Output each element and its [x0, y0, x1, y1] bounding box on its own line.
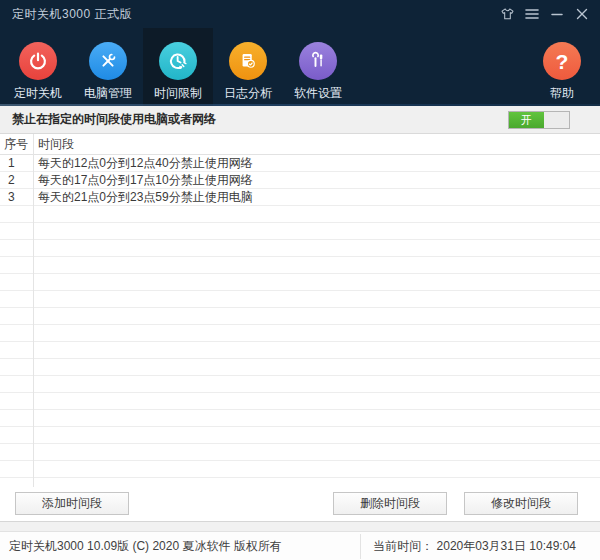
window-controls: [499, 6, 590, 22]
table-empty-row: [0, 410, 600, 427]
enable-toggle[interactable]: 开: [508, 111, 570, 129]
tab-label: 时间限制: [154, 85, 202, 102]
tab-software-settings[interactable]: 软件设置: [283, 28, 353, 106]
window-title: 定时关机3000 正式版: [12, 6, 132, 23]
divider-strip: [0, 521, 600, 532]
column-header-period: 时间段: [33, 136, 600, 153]
titlebar: 定时关机3000 正式版: [0, 0, 600, 28]
table-empty-row: [0, 393, 600, 410]
statusbar: 定时关机3000 10.09版 (C) 2020 夏冰软件 版权所有 当前时间：…: [0, 532, 600, 560]
close-icon[interactable]: [574, 6, 590, 22]
minimize-icon[interactable]: [549, 6, 565, 22]
current-time-value: 2020年03月31日 10:49:04: [437, 539, 576, 553]
copyright-text: 定时关机3000 10.09版 (C) 2020 夏冰软件 版权所有: [0, 538, 360, 555]
tab-label: 日志分析: [224, 85, 272, 102]
table-filler-rows: [0, 206, 600, 487]
table-empty-row: [0, 342, 600, 359]
table-empty-row: [0, 478, 600, 487]
tab-help[interactable]: ? 帮助: [527, 28, 597, 106]
power-icon: [19, 42, 57, 80]
settings-tools-icon: [299, 42, 337, 80]
time-period-table: 序号 时间段 1 每天的12点0分到12点40分禁止使用网络 2 每天的17点0…: [0, 134, 600, 487]
tab-time-limit[interactable]: 时间限制: [143, 28, 213, 106]
column-divider: [33, 134, 34, 487]
tab-label: 定时关机: [14, 85, 62, 102]
tab-timed-shutdown[interactable]: 定时关机: [3, 28, 73, 106]
tools-cross-icon: [89, 42, 127, 80]
section-header: 禁止在指定的时间段使用电脑或者网络 开: [0, 106, 600, 134]
row-no: 3: [0, 190, 33, 204]
tab-log-analysis[interactable]: 日志分析: [213, 28, 283, 106]
table-header: 序号 时间段: [0, 134, 600, 155]
table-empty-row: [0, 206, 600, 223]
toggle-on-label: 开: [509, 112, 544, 128]
table-row[interactable]: 1 每天的12点0分到12点40分禁止使用网络: [0, 155, 600, 172]
column-header-no: 序号: [0, 136, 33, 153]
add-period-button[interactable]: 添加时间段: [15, 492, 129, 515]
table-empty-row: [0, 359, 600, 376]
menu-icon[interactable]: [524, 6, 540, 22]
table-empty-row: [0, 240, 600, 257]
skin-icon[interactable]: [499, 6, 515, 22]
tab-label: 电脑管理: [84, 85, 132, 102]
navbar: 定时关机 电脑管理 时间限制: [0, 28, 600, 106]
modify-period-button[interactable]: 修改时间段: [464, 492, 578, 515]
table-empty-row: [0, 325, 600, 342]
table-empty-row: [0, 274, 600, 291]
table-empty-row: [0, 461, 600, 478]
table-row[interactable]: 2 每天的17点0分到17点10分禁止使用网络: [0, 172, 600, 189]
table-empty-row: [0, 223, 600, 240]
row-period: 每天的21点0分到23点59分禁止使用电脑: [33, 189, 600, 206]
table-row[interactable]: 3 每天的21点0分到23点59分禁止使用电脑: [0, 189, 600, 206]
button-row: 添加时间段 删除时间段 修改时间段: [0, 487, 600, 521]
table-empty-row: [0, 444, 600, 461]
row-period: 每天的17点0分到17点10分禁止使用网络: [33, 172, 600, 189]
row-no: 2: [0, 173, 33, 187]
table-empty-row: [0, 291, 600, 308]
log-document-icon: [229, 42, 267, 80]
table-empty-row: [0, 308, 600, 325]
question-icon: ?: [543, 42, 581, 80]
tab-label: 软件设置: [294, 85, 342, 102]
table-empty-row: [0, 257, 600, 274]
table-empty-row: [0, 427, 600, 444]
row-no: 1: [0, 156, 33, 170]
current-time-label: 当前时间：: [373, 539, 433, 553]
section-title: 禁止在指定的时间段使用电脑或者网络: [12, 111, 216, 128]
row-period: 每天的12点0分到12点40分禁止使用网络: [33, 155, 600, 172]
current-time: 当前时间： 2020年03月31日 10:49:04: [360, 534, 600, 559]
table-empty-row: [0, 376, 600, 393]
delete-period-button[interactable]: 删除时间段: [333, 492, 447, 515]
clock-icon: [159, 42, 197, 80]
tab-computer-management[interactable]: 电脑管理: [73, 28, 143, 106]
tab-label: 帮助: [550, 85, 574, 102]
top-band: 定时关机3000 正式版: [0, 0, 600, 106]
